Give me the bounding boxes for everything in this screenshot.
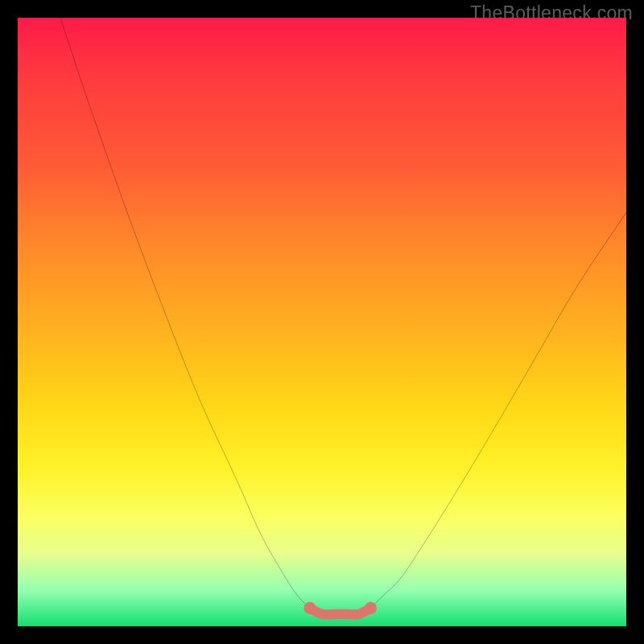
- curves-overlay: [18, 18, 626, 626]
- left-curve: [60, 18, 310, 608]
- plot-area: [18, 18, 626, 626]
- chart-container: TheBottleneck.com: [0, 0, 644, 644]
- right-curve: [370, 213, 626, 608]
- marker-dot: [365, 602, 377, 614]
- marker-dot: [303, 602, 316, 614]
- bottom-marker-segment: [310, 608, 371, 614]
